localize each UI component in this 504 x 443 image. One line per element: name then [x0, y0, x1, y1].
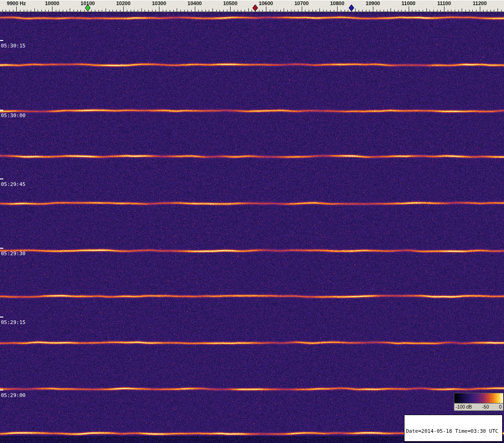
colorbar: -100 dB -50 0: [454, 393, 504, 411]
waterfall-canvas: [0, 12, 504, 443]
colorbar-gradient: [454, 393, 503, 403]
spectrogram-window: 05:30:1505:30:0005:29:4505:29:3005:29:15…: [0, 0, 504, 443]
colorbar-min-label: -100 dB: [456, 404, 472, 410]
frequency-ruler[interactable]: [0, 0, 504, 12]
colorbar-max-label: 0: [499, 404, 502, 410]
info-date-line: Date=2014-05-18 Time=03:30 UTC: [406, 428, 501, 434]
colorbar-mid-label: -50: [482, 404, 489, 410]
colorbar-labels: -100 dB -50 0: [454, 403, 503, 410]
info-box: Date=2014-05-18 Time=03:30 UTC Freq=143 …: [404, 415, 503, 442]
